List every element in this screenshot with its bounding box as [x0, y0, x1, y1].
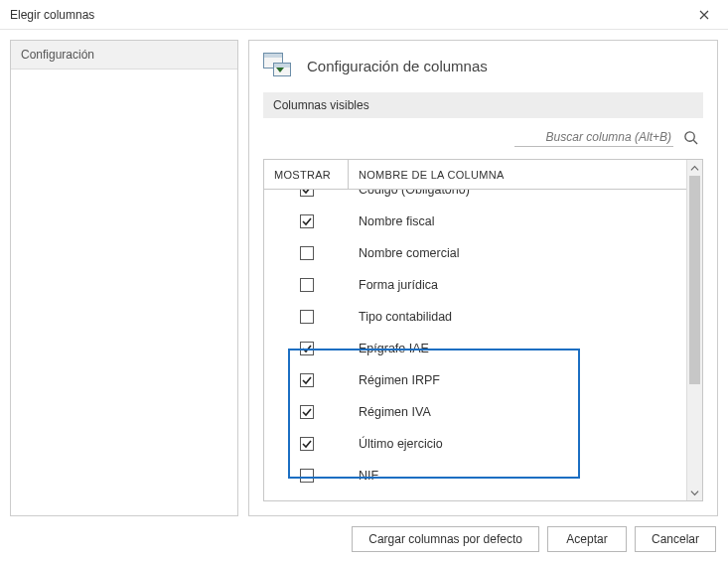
table-cell-mostrar [264, 214, 349, 228]
columns-config-icon [263, 53, 293, 78]
table-cell-nombre: Nombre fiscal [349, 214, 686, 228]
check-icon [302, 407, 312, 417]
table-cell-mostrar [264, 373, 349, 387]
checkbox[interactable] [300, 310, 314, 324]
table-cell-nombre: Último ejercicio [349, 437, 686, 451]
search-row [263, 128, 703, 147]
table-cell-mostrar [264, 246, 349, 260]
table-cell-mostrar [264, 310, 349, 324]
scroll-up-button[interactable] [687, 160, 702, 176]
table-cell-mostrar [264, 190, 349, 197]
table-cell-nombre: Régimen IRPF [349, 373, 686, 387]
check-icon [302, 344, 312, 353]
table-cell-nombre: Forma jurídica [349, 278, 686, 292]
chevron-up-icon [690, 164, 699, 173]
col-header-mostrar[interactable]: MOSTRAR [264, 160, 349, 189]
table-row[interactable]: NIF [264, 460, 686, 491]
checkbox[interactable] [300, 190, 314, 197]
svg-point-0 [684, 132, 693, 141]
scroll-down-button[interactable] [687, 485, 702, 500]
table-cell-mostrar [264, 278, 349, 292]
table-row[interactable]: Forma jurídica [264, 269, 686, 301]
section-columns-visible: Columnas visibles [263, 92, 703, 118]
table-cell-nombre: Epígrafe IAE [349, 342, 686, 355]
table-cell-nombre: Tipo contabilidad [349, 310, 686, 324]
sidebar-item-configuracion[interactable]: Configuración [11, 41, 237, 70]
table-scroll: MOSTRAR NOMBRE DE LA COLUMNA Código (Obl… [264, 160, 686, 500]
main-header: Configuración de columnas [263, 53, 703, 78]
checkbox[interactable] [300, 246, 314, 260]
table-row[interactable]: Nombre fiscal [264, 206, 686, 237]
main-title: Configuración de columnas [307, 58, 488, 74]
search-button[interactable] [681, 129, 699, 147]
accept-button[interactable]: Aceptar [547, 526, 627, 552]
body-area: Configuración Configuración de columnas … [0, 30, 728, 516]
table-cell-nombre: Código (Obligatorio) [349, 190, 686, 197]
table-header-row: MOSTRAR NOMBRE DE LA COLUMNA [264, 160, 686, 190]
table-cell-mostrar [264, 405, 349, 419]
check-icon [302, 439, 312, 449]
table-row[interactable]: Tipo contabilidad [264, 301, 686, 333]
checkbox[interactable] [300, 437, 314, 451]
window-title: Elegir columnas [10, 8, 94, 22]
sidebar: Configuración [10, 40, 238, 516]
titlebar: Elegir columnas [0, 0, 728, 30]
chevron-down-icon [690, 489, 699, 497]
table-row[interactable]: Régimen IVA [264, 396, 686, 428]
table-cell-nombre: Nombre comercial [349, 246, 686, 260]
columns-table: MOSTRAR NOMBRE DE LA COLUMNA Código (Obl… [263, 159, 703, 501]
table-row[interactable]: Epígrafe IAE [264, 333, 686, 364]
table-cell-nombre: NIF [349, 469, 686, 483]
checkbox[interactable] [300, 214, 314, 228]
scrollbar-thumb[interactable] [689, 176, 700, 384]
table-row[interactable]: Régimen IRPF [264, 364, 686, 396]
table-cell-mostrar [264, 437, 349, 451]
table-row[interactable]: Último ejercicio [264, 428, 686, 460]
cancel-button[interactable]: Cancelar [635, 526, 716, 552]
col-header-nombre[interactable]: NOMBRE DE LA COLUMNA [349, 169, 686, 181]
search-input[interactable] [514, 128, 673, 147]
close-button[interactable] [690, 4, 718, 26]
vertical-scrollbar[interactable] [686, 160, 702, 500]
checkbox[interactable] [300, 469, 314, 483]
table-row[interactable]: Código (Obligatorio) [264, 190, 686, 206]
checkbox[interactable] [300, 278, 314, 292]
checkbox[interactable] [300, 405, 314, 419]
dialog-footer: Cargar columnas por defecto Aceptar Canc… [0, 516, 728, 561]
search-icon [683, 130, 698, 145]
table-cell-mostrar [264, 469, 349, 483]
check-icon [302, 216, 312, 226]
table-cell-nombre: Régimen IVA [349, 405, 686, 419]
check-icon [302, 190, 312, 195]
close-icon [699, 10, 709, 20]
main-panel: Configuración de columnas Columnas visib… [248, 40, 718, 516]
checkbox[interactable] [300, 342, 314, 355]
check-icon [302, 375, 312, 385]
table-cell-mostrar [264, 342, 349, 355]
svg-line-1 [693, 140, 697, 144]
load-defaults-button[interactable]: Cargar columnas por defecto [352, 526, 539, 552]
checkbox[interactable] [300, 373, 314, 387]
table-row[interactable]: Nombre comercial [264, 237, 686, 269]
